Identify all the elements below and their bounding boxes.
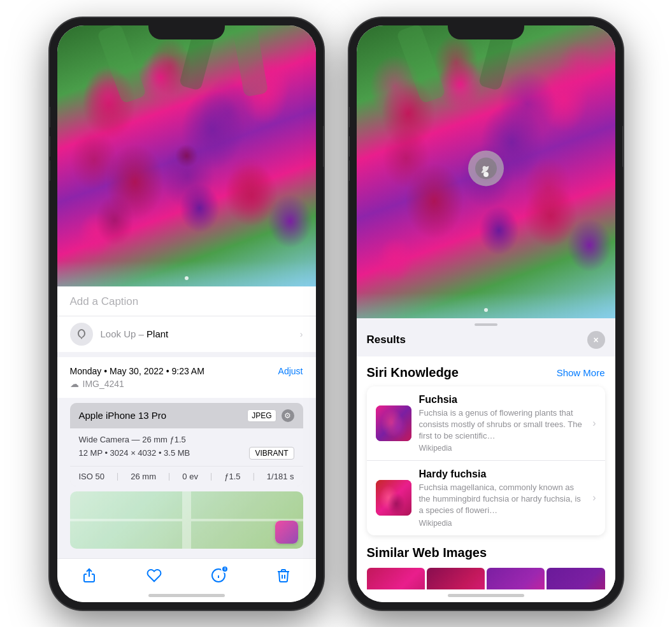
fuchsia-info: Fuchsia Fuchsia is a genus of flowering … xyxy=(419,394,585,453)
visual-lookup-icon xyxy=(70,323,93,346)
hardy-info: Hardy fuchsia Fuchsia magellanica, commo… xyxy=(419,468,585,528)
similar-thumb-1[interactable] xyxy=(367,568,425,589)
results-header: Results × xyxy=(357,331,615,356)
similar-title: Similar Web Images xyxy=(367,546,605,560)
similar-thumb-2[interactable] xyxy=(427,568,485,589)
lookup-chevron: › xyxy=(300,329,303,339)
home-indicator-2 xyxy=(357,589,615,602)
home-indicator-1 xyxy=(57,589,316,602)
image-dot xyxy=(185,276,189,280)
phone-1-info: Add a Caption Look Up – Plant › Monday •… xyxy=(57,286,316,558)
camera-badges: JPEG ⚙ xyxy=(247,409,294,422)
similar-thumb-3[interactable] xyxy=(487,568,545,589)
hardy-desc: Fuchsia magellanica, commonly known as t… xyxy=(419,482,585,517)
notch-2 xyxy=(448,18,524,39)
phone-2: Results × Siri Knowledge Show More xyxy=(349,18,623,610)
show-more-button[interactable]: Show More xyxy=(557,367,605,378)
date-text: Monday • May 30, 2022 • 9:23 AM xyxy=(70,366,204,376)
similar-thumb-4[interactable] xyxy=(547,568,604,589)
vibrant-badge: VIBRANT xyxy=(249,447,294,460)
map-area[interactable] xyxy=(70,491,303,549)
exif-ev: 0 ev xyxy=(182,472,198,481)
similar-section: Similar Web Images xyxy=(357,535,615,589)
camera-header: Apple iPhone 13 Pro JPEG ⚙ xyxy=(70,403,303,428)
connector-dot xyxy=(483,172,489,177)
knowledge-item-hardy[interactable]: Hardy fuchsia Fuchsia magellanica, commo… xyxy=(367,460,605,535)
date-section: Monday • May 30, 2022 • 9:23 AM Adjust ☁… xyxy=(57,357,316,398)
caption-area[interactable]: Add a Caption xyxy=(57,286,316,316)
hardy-name: Hardy fuchsia xyxy=(419,468,585,480)
fuchsia-source: Wikipedia xyxy=(419,444,585,453)
map-thumbnail xyxy=(275,521,298,544)
fuchsia-chevron: › xyxy=(592,418,596,429)
visual-search-button[interactable] xyxy=(468,150,504,186)
exif-row: ISO 50 | 26 mm | 0 ev | ƒ1.5 | 1/181 s xyxy=(70,466,303,486)
share-button[interactable] xyxy=(80,567,98,584)
flower-photo-2[interactable] xyxy=(357,25,615,318)
camera-details: Wide Camera — 26 mm ƒ1.5 12 MP • 3024 × … xyxy=(70,428,303,466)
delete-button[interactable] xyxy=(275,567,292,584)
exif-shutter: 1/181 s xyxy=(267,472,294,481)
knowledge-item-fuchsia[interactable]: Fuchsia Fuchsia is a genus of flowering … xyxy=(367,386,605,461)
results-handle[interactable] xyxy=(357,318,615,331)
lookup-label: Look Up – Plant xyxy=(101,328,169,340)
caption-placeholder[interactable]: Add a Caption xyxy=(70,295,139,307)
cloud-icon: ☁ xyxy=(70,379,79,389)
hardy-chevron: › xyxy=(592,492,596,504)
fuchsia-name: Fuchsia xyxy=(419,394,585,405)
phone-1-screen: Add a Caption Look Up – Plant › Monday •… xyxy=(57,25,316,602)
map-roads xyxy=(70,491,303,549)
siri-knowledge-header: Siri Knowledge Show More xyxy=(357,356,615,386)
lookup-row[interactable]: Look Up – Plant › xyxy=(57,316,316,352)
notch-1 xyxy=(148,18,225,39)
handle-bar xyxy=(475,323,497,326)
exif-iso: ISO 50 xyxy=(79,472,104,481)
home-bar-1 xyxy=(148,594,225,597)
camera-specs: 12 MP • 3024 × 4032 • 3.5 MB VIBRANT xyxy=(79,447,294,460)
image-dot-2 xyxy=(484,308,488,312)
jpeg-badge: JPEG xyxy=(247,409,276,422)
hardy-source: Wikipedia xyxy=(419,519,585,528)
fuchsia-desc: Fuchsia is a genus of flowering plants t… xyxy=(419,407,585,442)
info-button[interactable]: i xyxy=(210,567,227,584)
mp-specs: 12 MP • 3024 × 4032 • 3.5 MB xyxy=(79,448,190,458)
results-content: Siri Knowledge Show More Fuchsia xyxy=(357,356,615,589)
adjust-button[interactable]: Adjust xyxy=(278,366,303,376)
wide-camera-text: Wide Camera — 26 mm ƒ1.5 xyxy=(79,435,294,444)
filename: IMG_4241 xyxy=(83,379,124,389)
home-bar-2 xyxy=(448,594,524,597)
favorite-button[interactable] xyxy=(145,567,163,584)
similar-images-row xyxy=(367,568,605,589)
knowledge-card: Fuchsia Fuchsia is a genus of flowering … xyxy=(367,386,605,535)
fuchsia-thumbnail xyxy=(376,405,411,441)
camera-section: Apple iPhone 13 Pro JPEG ⚙ Wide Camera —… xyxy=(70,403,303,486)
exif-focal: 26 mm xyxy=(131,472,156,481)
results-title: Results xyxy=(367,334,406,346)
results-panel: Results × Siri Knowledge Show More xyxy=(357,318,615,589)
flower-photo-1[interactable] xyxy=(57,25,316,286)
siri-knowledge-title: Siri Knowledge xyxy=(367,365,459,380)
camera-settings-icon[interactable]: ⚙ xyxy=(282,409,294,422)
phone-2-screen: Results × Siri Knowledge Show More xyxy=(357,25,615,602)
hardy-thumbnail xyxy=(376,480,411,516)
exif-aperture: ƒ1.5 xyxy=(224,472,240,481)
camera-model: Apple iPhone 13 Pro xyxy=(79,410,167,421)
close-button[interactable]: × xyxy=(587,331,605,349)
toolbar-1: i xyxy=(57,558,316,589)
phone-1: Add a Caption Look Up – Plant › Monday •… xyxy=(50,18,324,610)
